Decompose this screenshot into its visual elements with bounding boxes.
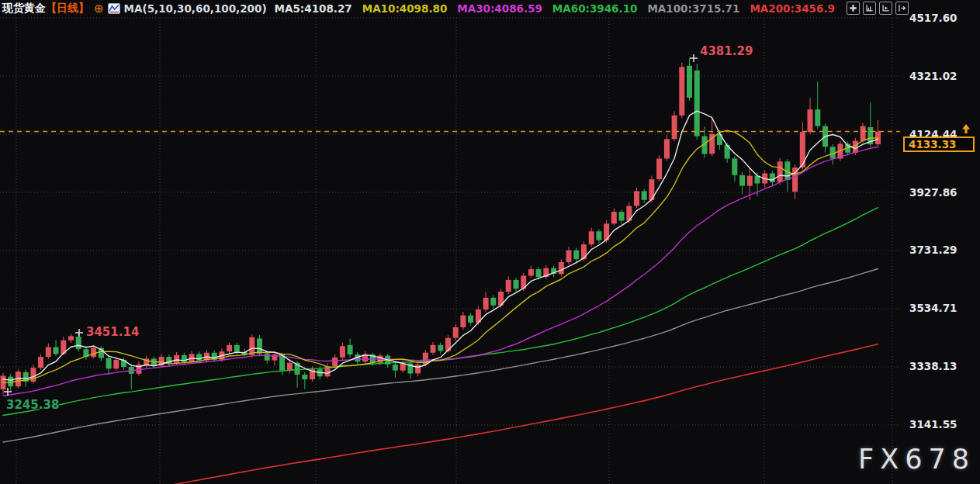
svg-text:3141.55: 3141.55 [909,418,957,430]
last-price-tag: 4133.33 [903,137,975,152]
svg-text:4321.02: 4321.02 [909,70,957,82]
scroll-to-latest-arrow-icon[interactable] [961,123,971,137]
candlestick-chart[interactable]: 4381.293451.143245.384517.604321.024124.… [0,0,980,484]
svg-text:4381.29: 4381.29 [700,44,753,58]
last-price-value: 4133.33 [909,138,957,150]
instrument-title: 现货黄金 [2,2,46,16]
svg-text:3534.71: 3534.71 [909,302,957,314]
svg-text:3245.38: 3245.38 [6,398,59,412]
ma-settings-label[interactable]: MA(5,10,30,60,100,200) [124,2,267,15]
ma5-value: MA5:4108.27 [275,2,352,15]
period-label: 【日线】 [46,2,89,16]
ma60-value: MA60:3946.10 [552,2,638,15]
ma10-value: MA10:4098.80 [362,2,448,15]
ma30-value: MA30:4086.59 [457,2,542,15]
watermark: FX678 [858,444,975,475]
ma100-value: MA100:3715.71 [647,2,739,15]
svg-text:3338.13: 3338.13 [909,360,957,372]
indicator-chart-icon [108,3,120,14]
chart-header: 现货黄金 【日线】 ⊕ MA(5,10,30,60,100,200) MA5:4… [0,0,980,17]
gold-daily-chart-app: 4381.293451.143245.384517.604321.024124.… [0,0,980,484]
svg-text:3731.29: 3731.29 [909,244,957,256]
svg-text:3927.86: 3927.86 [909,186,957,199]
add-indicator-icon[interactable]: ⊕ [94,2,104,16]
ma200-value: MA200:3456.9 [750,2,835,15]
svg-text:3451.14: 3451.14 [86,325,139,339]
